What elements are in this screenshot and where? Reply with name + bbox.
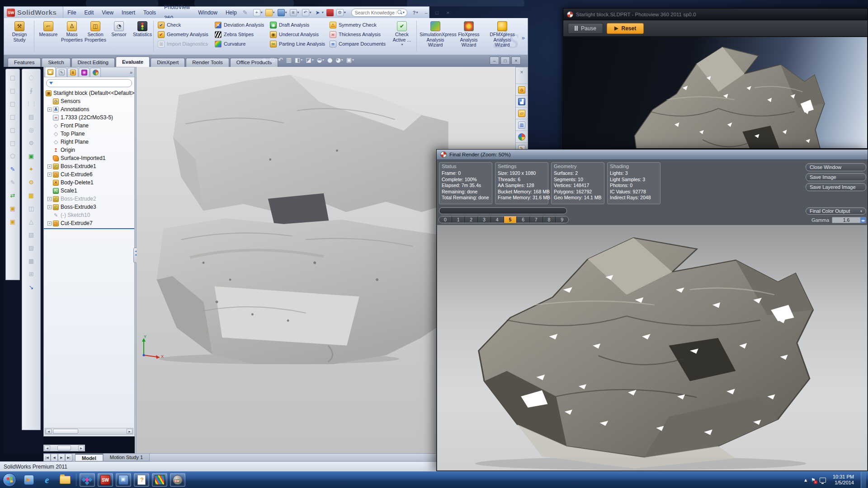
tree-item-scale1[interactable]: ⇱Scale1 — [44, 187, 134, 195]
feature-tool-icon[interactable]: ◌ — [27, 73, 36, 82]
search-dropdown-icon[interactable]: ▾ — [403, 10, 405, 14]
dome-tool-icon[interactable]: ▩ — [27, 256, 36, 265]
section-properties-button[interactable]: ◫Section Properties — [84, 20, 107, 53]
taskbar-clock[interactable]: 10:31 PM 1/5/2014 — [830, 474, 857, 486]
tree-item-sketch10[interactable]: ✎(-) Sketch10 — [44, 211, 134, 219]
taskpane-resources-tab[interactable]: ▟ — [516, 95, 528, 107]
thickness-analysis-button[interactable]: ≍Thickness Analysis — [328, 30, 387, 38]
zoom-area-icon[interactable]: ⊡ — [269, 56, 276, 64]
save-layered-image-button[interactable]: Save Layered Image — [806, 183, 866, 191]
undo-button[interactable]: ↶▾ — [301, 8, 312, 17]
expand-icon[interactable]: + — [47, 173, 52, 177]
render-channel-8[interactable]: 8 — [543, 216, 556, 223]
expand-icon[interactable]: + — [47, 108, 52, 112]
tree-item-body-delete1[interactable]: ✕Body-Delete1 — [44, 178, 134, 187]
taskbar-graphics-tool-icon[interactable] — [152, 473, 167, 487]
boundary-icon[interactable]: ▤ — [27, 112, 36, 121]
menu-tools[interactable]: Tools — [139, 7, 160, 18]
attach-icon[interactable]: ∮ — [27, 86, 36, 95]
tree-item-boss-extrude2[interactable]: +◰Boss-Extrude2 — [44, 195, 134, 203]
hide-show-items-icon[interactable]: ◒▾ — [316, 56, 325, 64]
view-polygon-icon[interactable]: ⬠ — [8, 151, 17, 160]
tree-item-surface-imported1[interactable]: Surface-Imported1 — [44, 154, 134, 162]
wrap-tool-icon[interactable]: ▨ — [27, 243, 36, 252]
swap-bodies-icon[interactable]: ⇄ — [8, 191, 17, 200]
render-channel-4[interactable]: 4 — [491, 216, 504, 223]
gamma-spinner[interactable]: ◀▶ — [860, 217, 866, 223]
draft-tool-icon[interactable]: ◫ — [27, 204, 36, 213]
taskbar-solidworks-icon[interactable]: SW — [98, 473, 113, 487]
taskpane-view-palette-tab[interactable] — [516, 131, 528, 142]
render-channel-6[interactable]: 6 — [517, 216, 530, 223]
final-render-titlebar[interactable]: Final Render (Zoom: 50%) — [437, 150, 868, 160]
help-button[interactable]: ?▾ — [411, 9, 420, 16]
taskbar-edrawings-icon[interactable] — [80, 473, 95, 487]
tree-item-top-plane[interactable]: ◇Top Plane — [44, 130, 134, 138]
gears-icon[interactable]: ⚙ — [27, 138, 36, 147]
design-study-button[interactable]: ⚒ Design Study — [7, 20, 32, 53]
rebuild-button[interactable] — [326, 8, 335, 17]
previous-view-icon[interactable]: ↶ — [277, 56, 284, 64]
ruler-icon[interactable]: ↘ — [27, 282, 36, 291]
tree-item-boss-extrude1[interactable]: +◰Boss-Extrude1 — [44, 162, 134, 170]
mount-boss-icon[interactable]: ▣ — [27, 151, 36, 160]
tree-item-cut-extrude7[interactable]: +◳Cut-Extrude7 — [44, 219, 134, 227]
rib-tool-icon[interactable]: ▧ — [27, 230, 36, 239]
tree-item-boss-extrude3[interactable]: +◰Boss-Extrude3 — [44, 203, 134, 211]
deviation-analysis-button[interactable]: ✕Deviation Analysis — [213, 21, 266, 29]
save-button[interactable]: ▾ — [277, 8, 288, 17]
render-channel-7[interactable]: 7 — [530, 216, 543, 223]
curvature-button[interactable]: Curvature — [213, 40, 266, 48]
dfmxpress-analysis-wizard-button[interactable]: DFMXpress Analysis Wizard — [486, 20, 519, 53]
close-window-button[interactable]: Close Window — [806, 163, 866, 171]
tree-item-starlight-block-default-default[interactable]: ▣Starlight block (Default<<Default> — [44, 89, 134, 97]
revolve-icon[interactable]: ◎ — [27, 125, 36, 134]
rollback-bar[interactable] — [44, 228, 134, 229]
check-active-button[interactable]: ✔ Check Active ... ▾ — [389, 20, 415, 53]
doc-close-button[interactable]: × — [511, 56, 521, 65]
prev-tab-button[interactable]: ◀ — [51, 454, 58, 461]
tab-dimxpert[interactable]: DimXpert — [151, 58, 185, 67]
statistics-button[interactable]: Statistics — [131, 20, 154, 53]
add-sketch-icon[interactable]: ✎ — [8, 178, 17, 187]
menu-help[interactable]: Help — [222, 7, 241, 18]
freeform-icon[interactable]: ⊞ — [27, 269, 36, 278]
maximize-button[interactable]: □ — [433, 9, 442, 16]
tab-direct-editing[interactable]: Direct Editing — [71, 58, 115, 67]
taskpane-design-library-tab[interactable]: ▱ — [516, 107, 528, 119]
taskbar-windows-explorer-icon[interactable] — [57, 473, 73, 487]
tab-evaluate[interactable]: Evaluate — [116, 56, 150, 67]
doc-minimize-button[interactable]: – — [490, 56, 499, 65]
gamma-input[interactable]: 1.6 ◀▶ — [832, 217, 866, 223]
expand-icon[interactable]: + — [47, 221, 52, 225]
dimxpert-manager-tab[interactable]: ⊕ — [79, 68, 90, 77]
first-tab-button[interactable]: |◀ — [43, 454, 51, 461]
knowledge-base-search[interactable]: ▾ — [351, 9, 407, 17]
tree-item-origin[interactable]: ↥Origin — [44, 146, 134, 154]
property-manager-tab[interactable]: ✎ — [56, 68, 67, 77]
view-cube-icon[interactable]: □ — [8, 125, 17, 134]
display-manager-tab[interactable] — [90, 68, 101, 77]
tab-render-tools[interactable]: Render Tools — [186, 58, 229, 67]
taskbar-internet-explorer-icon[interactable]: e — [39, 473, 55, 487]
menu-edit[interactable]: Edit — [80, 7, 98, 18]
taskbar-photoview-icon[interactable] — [170, 473, 185, 487]
apply-scene-icon[interactable]: ● — [326, 56, 333, 64]
view-cube-icon[interactable]: □ — [8, 86, 17, 95]
tree-item-sensors[interactable]: ◷Sensors — [44, 97, 134, 105]
network-icon[interactable] — [820, 478, 826, 483]
taskbar-system-tool-icon[interactable] — [116, 473, 131, 487]
pin-icon[interactable]: ✎ — [243, 9, 248, 16]
tree-item-right-plane[interactable]: ◇Right Plane — [44, 138, 134, 146]
compare-documents-button[interactable]: ≡Compare Documents — [328, 40, 387, 48]
tab-features[interactable]: Features — [8, 58, 41, 67]
camera-icon[interactable]: ▣▾ — [345, 56, 355, 64]
symmetry-check-button[interactable]: ⚠Symmetry Check — [328, 21, 387, 29]
tree-item-cut-extrude6[interactable]: +◳Cut-Extrude6 — [44, 170, 134, 178]
doc-tab-model[interactable]: Model — [75, 454, 103, 461]
panel-icon[interactable]: ▦ — [27, 191, 36, 200]
section-view-icon[interactable]: ▥ — [285, 56, 292, 64]
taskbar-media-player-icon[interactable] — [21, 473, 37, 487]
secondary-scrollbar[interactable]: ◀ ▶ — [43, 445, 85, 451]
taskpane-home-tab[interactable]: ⌂ — [516, 84, 528, 95]
